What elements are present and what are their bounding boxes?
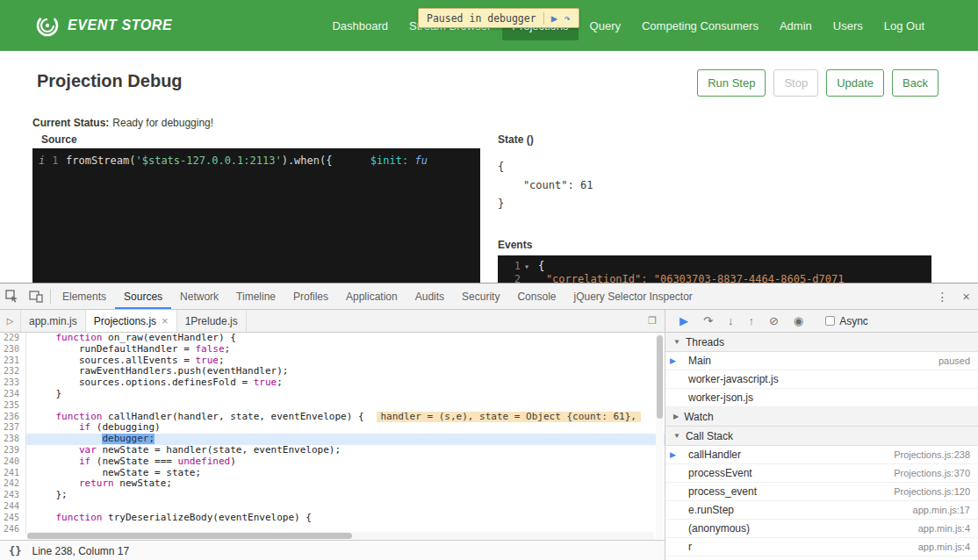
close-tab-icon[interactable]: × [162, 314, 169, 327]
inspect-element-icon[interactable] [0, 284, 24, 309]
code-line-232[interactable]: 232 rawEventHandlers.push(eventHandler); [0, 366, 665, 377]
threads-item-worker-javascript-js[interactable]: worker-javascript.js [665, 370, 978, 389]
nav-item-users[interactable]: Users [823, 11, 873, 40]
pretty-print-icon[interactable]: {} [9, 545, 21, 557]
stop-button[interactable]: Stop [773, 69, 818, 97]
line-number[interactable]: 234 [0, 389, 26, 400]
threads-item-main[interactable]: ▶Mainpaused [665, 352, 978, 370]
line-number[interactable]: 233 [0, 377, 26, 389]
devtools-tab-timeline[interactable]: Timeline [227, 284, 284, 309]
deactivate-breakpoints-icon[interactable]: ⊘ [769, 314, 779, 327]
code-line-242[interactable]: 242 return newState; [0, 478, 665, 490]
call-stack-item-processevent[interactable]: processEventProjections.js:370 [665, 464, 978, 483]
line-number[interactable]: 230 [0, 344, 26, 355]
devtools-tab-elements[interactable]: Elements [54, 284, 115, 309]
line-number[interactable]: 232 [0, 366, 26, 377]
code-line-235[interactable]: 235 [0, 400, 665, 412]
code-line-236[interactable]: 236 function callHandler(handler, state,… [0, 412, 665, 423]
line-number[interactable]: 235 [0, 400, 26, 412]
nav-item-query[interactable]: Query [580, 11, 630, 40]
line-number[interactable]: 231 [0, 355, 26, 367]
call-stack-item-callhandler[interactable]: ▶callHandlerProjections.js:238 [665, 446, 978, 464]
device-toolbar-icon[interactable] [24, 284, 47, 309]
code-line-234[interactable]: 234 } [0, 389, 665, 400]
source-view[interactable]: 229 function on_raw(eventHandler) {230 r… [0, 333, 665, 540]
call-stack-item-anonymous[interactable]: (anonymous)app.min.js:4 [665, 520, 978, 538]
resume-script-icon[interactable]: ▶ [551, 12, 557, 25]
line-number[interactable]: 229 [0, 333, 26, 344]
section-header-threads[interactable]: ▼Threads [665, 333, 978, 352]
pause-on-exceptions-icon[interactable]: ◉ [794, 314, 803, 327]
navigator-toggle-icon[interactable]: ▷ [0, 310, 21, 332]
async-checkbox[interactable] [825, 316, 835, 326]
fold-arrow-icon[interactable]: ▾ [521, 260, 533, 273]
code-line-241[interactable]: 241 newState = state; [0, 468, 665, 479]
section-header-watch[interactable]: ▶Watch [665, 407, 978, 427]
line-number[interactable]: 245 [0, 513, 26, 524]
step-over-icon[interactable]: ↷ [703, 314, 713, 327]
source-code-editor[interactable]: i1 fromStream('$stats-127.0.0.1:2113').w… [32, 148, 480, 283]
nav-item-admin[interactable]: Admin [770, 11, 822, 40]
back-button[interactable]: Back [892, 69, 938, 97]
tab-overflow-icon[interactable]: ❐ [640, 310, 665, 332]
line-number[interactable]: 246 [0, 524, 26, 535]
step-into-icon[interactable]: ↓ [728, 314, 734, 327]
line-number[interactable]: 242 [0, 478, 26, 490]
code-line-229[interactable]: 229 function on_raw(eventHandler) { [0, 333, 665, 344]
devtools-statusbar: {} Line 238, Column 17 [0, 540, 665, 560]
call-stack-item-anonymous[interactable]: (anonymous)app.min.js:4 [665, 556, 978, 560]
section-header-call-stack[interactable]: ▼Call Stack [665, 427, 978, 446]
line-number[interactable]: 239 [0, 445, 26, 456]
run-step-button[interactable]: Run Step [697, 69, 766, 97]
close-devtools-icon[interactable]: × [954, 284, 978, 309]
event-store-logo-icon [35, 13, 60, 38]
code-line-240[interactable]: 240 if (newState === undefined) [0, 456, 665, 468]
devtools-tab-console[interactable]: Console [508, 284, 565, 309]
line-number[interactable]: 241 [0, 468, 26, 479]
kebab-menu-icon[interactable]: ⋮ [931, 284, 954, 309]
devtools-tab-jquery-selector-inspector[interactable]: jQuery Selector Inspector [565, 284, 701, 309]
nav-item-competing-consumers[interactable]: Competing Consumers [632, 11, 768, 40]
file-tab-app-min-js[interactable]: app.min.js [21, 310, 86, 332]
devtools-tab-network[interactable]: Network [171, 284, 227, 309]
devtools-tab-application[interactable]: Application [337, 284, 406, 309]
horizontal-scrollbar[interactable] [27, 532, 654, 540]
threads-item-worker-json-js[interactable]: worker-json.js [665, 389, 978, 407]
events-editor[interactable]: 1▾{2 "correlationId": "06303703-8837-446… [498, 255, 931, 283]
async-toggle[interactable]: Async [825, 315, 868, 327]
nav-item-dashboard[interactable]: Dashboard [322, 11, 398, 40]
devtools-tab-security[interactable]: Security [453, 284, 508, 309]
resume-icon[interactable]: ▶ [680, 314, 688, 327]
devtools-tab-sources[interactable]: Sources [115, 284, 171, 309]
step-out-icon[interactable]: ↑ [748, 314, 754, 327]
code-line-230[interactable]: 230 runDefaultHandler = false; [0, 344, 665, 355]
line-number[interactable]: 244 [0, 501, 26, 513]
step-over-icon[interactable]: ↷ [565, 12, 571, 25]
code-line-231[interactable]: 231 sources.allEvents = true; [0, 355, 665, 367]
code-line-239[interactable]: 239 var newState = handler(state, eventE… [0, 445, 665, 456]
devtools-tab-profiles[interactable]: Profiles [284, 284, 337, 309]
code-line-243[interactable]: 243 }; [0, 490, 665, 501]
call-stack-item-r[interactable]: rapp.min.js:4 [665, 538, 978, 556]
brand[interactable]: EVENT STORE [35, 13, 172, 38]
file-tab-1prelude-js[interactable]: 1Prelude.js [177, 310, 247, 332]
code-line-238[interactable]: 238 debugger; [0, 434, 665, 445]
code-line-245[interactable]: 245 function tryDeserializeBody(eventEnv… [0, 513, 665, 524]
vertical-scrollbar[interactable] [656, 333, 664, 540]
devtools-tab-audits[interactable]: Audits [406, 284, 453, 309]
code-line-237[interactable]: 237 if (debugging) [0, 422, 665, 434]
horizontal-scrollbar-thumb[interactable] [27, 533, 352, 539]
line-number[interactable]: 240 [0, 456, 26, 468]
code-line-244[interactable]: 244 [0, 501, 665, 513]
nav-item-log-out[interactable]: Log Out [874, 11, 934, 40]
line-number[interactable]: 243 [0, 490, 26, 501]
file-tab-projections-js[interactable]: Projections.js× [86, 310, 177, 332]
vertical-scrollbar-thumb[interactable] [657, 335, 663, 419]
call-stack-item-process-event[interactable]: process_eventProjections.js:120 [665, 483, 978, 501]
update-button[interactable]: Update [826, 69, 884, 97]
line-number[interactable]: 236 [0, 412, 26, 423]
line-number[interactable]: 237 [0, 422, 26, 434]
call-stack-item-e-runstep[interactable]: e.runStepapp.min.js:17 [665, 501, 978, 520]
line-number[interactable]: 238 [0, 434, 26, 445]
code-line-233[interactable]: 233 sources.options.definesFold = true; [0, 377, 665, 389]
